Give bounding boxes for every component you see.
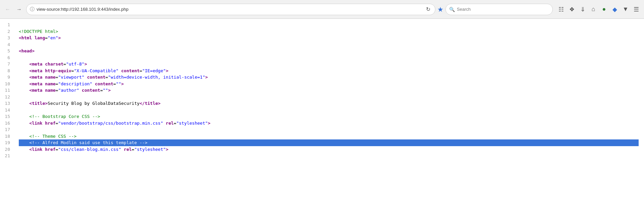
address-input[interactable] bbox=[37, 7, 423, 12]
line-number: 1 bbox=[3, 22, 10, 28]
code-token: "IE=edge" bbox=[142, 68, 166, 73]
code-line bbox=[19, 94, 639, 100]
code-token bbox=[19, 68, 29, 73]
code-token: Security Blog by GlobalDataSecurity bbox=[48, 101, 140, 106]
code-token: name bbox=[42, 88, 55, 93]
code-token: charset bbox=[42, 61, 63, 67]
code-line: <!-- Alfred Modlin said use this templat… bbox=[19, 139, 639, 146]
browser-toolbar: ← → ⓘ ↻ ★ 🔍 ☷ ❖ ⇓ ⌂ ● ◆ ▼ ☰ bbox=[0, 0, 644, 19]
bookmarks-manager-icon[interactable]: ☷ bbox=[556, 4, 566, 14]
address-bar-container: ⓘ ↻ bbox=[26, 4, 435, 15]
code-token: > bbox=[108, 88, 111, 93]
code-token: "vendor/bootstrap/css/bootstrap.min.css" bbox=[58, 121, 163, 126]
line-number: 15 bbox=[3, 113, 10, 120]
code-line: <title>Security Blog by GlobalDataSecuri… bbox=[19, 100, 639, 107]
code-token: = bbox=[140, 68, 142, 73]
code-token bbox=[19, 81, 29, 86]
code-token: <meta bbox=[29, 61, 42, 67]
code-token: "stylesheet" bbox=[134, 147, 166, 152]
code-token: lang bbox=[32, 35, 45, 40]
code-token: "X-UA-Compatible" bbox=[74, 68, 118, 73]
search-icon: 🔍 bbox=[449, 7, 455, 12]
code-token bbox=[19, 121, 29, 126]
line-number: 3 bbox=[3, 35, 10, 41]
extensions-icon[interactable]: ◆ bbox=[610, 4, 620, 14]
line-number: 10 bbox=[3, 81, 10, 87]
search-bar-container: 🔍 bbox=[445, 4, 553, 15]
code-line: <head> bbox=[19, 48, 639, 54]
code-token bbox=[19, 88, 29, 93]
code-line: <html lang="en"> bbox=[19, 35, 639, 41]
code-line: <link href="css/clean-blog.min.css" rel=… bbox=[19, 146, 639, 153]
code-token: > bbox=[121, 81, 124, 86]
code-token: "" bbox=[116, 81, 121, 86]
code-token: "stylesheet" bbox=[176, 121, 208, 126]
search-input[interactable] bbox=[457, 7, 549, 12]
code-token: <meta bbox=[29, 75, 42, 80]
code-line bbox=[19, 54, 639, 61]
code-token: http-equiv bbox=[42, 68, 71, 73]
code-token bbox=[19, 61, 29, 67]
security-icon[interactable]: ● bbox=[599, 4, 609, 14]
line-number: 8 bbox=[3, 68, 10, 74]
home-icon[interactable]: ⌂ bbox=[588, 4, 598, 14]
code-token: content bbox=[92, 81, 113, 86]
download-icon[interactable]: ⇓ bbox=[578, 4, 588, 14]
code-token: "en" bbox=[48, 35, 58, 40]
source-view: 123456789101112131415161718192021 <!DOCT… bbox=[0, 19, 644, 212]
code-token bbox=[19, 114, 29, 119]
code-token: = bbox=[113, 81, 116, 86]
code-token: <meta bbox=[29, 88, 42, 93]
code-token: "description" bbox=[58, 81, 92, 86]
menu-icon[interactable]: ☰ bbox=[631, 4, 641, 14]
line-number: 18 bbox=[3, 133, 10, 140]
code-token: <!DOCTYPE html> bbox=[19, 29, 58, 34]
reload-button[interactable]: ↻ bbox=[425, 5, 432, 13]
line-number: 20 bbox=[3, 146, 10, 153]
code-token: <link bbox=[29, 121, 42, 126]
code-token: = bbox=[63, 61, 66, 67]
code-token: = bbox=[174, 121, 176, 126]
code-token: content bbox=[85, 75, 106, 80]
code-token: href bbox=[42, 121, 55, 126]
code-token bbox=[19, 134, 29, 139]
code-token: rel bbox=[163, 121, 174, 126]
code-line: <meta charset="utf-8"> bbox=[19, 61, 639, 68]
code-token: "viewport" bbox=[58, 75, 84, 80]
toolbar-icons: ☷ ❖ ⇓ ⌂ ● ◆ ▼ ☰ bbox=[556, 4, 641, 14]
pocket-icon[interactable]: ❖ bbox=[567, 4, 577, 14]
forward-button[interactable]: → bbox=[14, 4, 24, 14]
code-token bbox=[19, 147, 29, 152]
line-number: 16 bbox=[3, 120, 10, 127]
line-number: 5 bbox=[3, 48, 10, 54]
code-token: </title> bbox=[140, 101, 161, 106]
code-token: > bbox=[58, 35, 61, 40]
nav-buttons: ← → bbox=[3, 4, 24, 14]
code-token: content bbox=[118, 68, 140, 73]
line-numbers: 123456789101112131415161718192021 bbox=[0, 19, 13, 212]
bookmark-star-icon[interactable]: ★ bbox=[437, 5, 443, 13]
code-token: rel bbox=[121, 147, 131, 152]
overflow-icon[interactable]: ▼ bbox=[621, 4, 631, 14]
code-line bbox=[19, 126, 639, 133]
code-token: name bbox=[42, 75, 55, 80]
back-button[interactable]: ← bbox=[3, 4, 13, 14]
code-line bbox=[19, 22, 639, 28]
code-line: <!-- Bootstrap Core CSS --> bbox=[19, 113, 639, 120]
code-area: <!DOCTYPE html><html lang="en"><head> <m… bbox=[13, 19, 644, 212]
code-token: <link bbox=[29, 147, 42, 152]
line-number: 14 bbox=[3, 107, 10, 114]
line-number: 4 bbox=[3, 41, 10, 48]
code-token: = bbox=[100, 88, 103, 93]
line-number: 9 bbox=[3, 74, 10, 81]
line-number: 21 bbox=[3, 153, 10, 159]
line-number: 7 bbox=[3, 61, 10, 68]
code-line: <meta name="author" content=""> bbox=[19, 87, 639, 94]
line-number: 19 bbox=[3, 139, 10, 146]
code-token: = bbox=[105, 75, 108, 80]
code-token: > bbox=[208, 121, 211, 126]
code-token: "" bbox=[103, 88, 108, 93]
code-line: <!-- Theme CSS --> bbox=[19, 133, 639, 140]
code-line: <meta http-equiv="X-UA-Compatible" conte… bbox=[19, 68, 639, 74]
code-line bbox=[19, 153, 639, 159]
